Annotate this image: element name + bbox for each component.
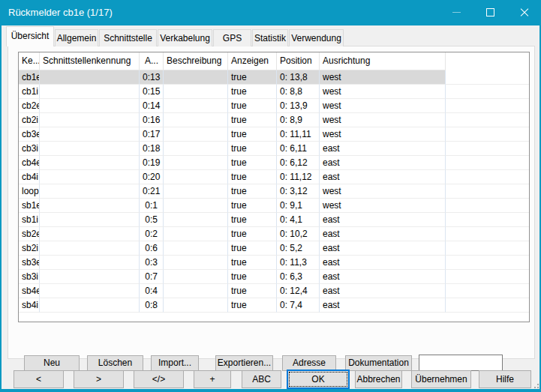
cell-filler (446, 85, 529, 99)
ok-button[interactable]: OK (287, 370, 350, 389)
table-row-sb4e[interactable]: sb4e0:4true0: 12,4east (19, 284, 529, 298)
table-row-sb3i[interactable]: sb3i0:7true0: 6,3east (19, 270, 529, 284)
resize-grip-icon[interactable] (531, 381, 539, 388)
tab-ubersicht[interactable]: Übersicht (6, 26, 54, 46)
cell-ausrichtung: west (320, 184, 446, 199)
tab-schnittstelle[interactable]: Schnittstelle (99, 29, 157, 46)
cancel-button[interactable]: Abbrechen (355, 370, 402, 388)
cell-ausrichtung: east (320, 284, 446, 298)
cell-a: 0:7 (140, 270, 164, 284)
cell-beschreibung (164, 241, 228, 256)
column-header-beschreibung[interactable]: Beschreibung (164, 52, 228, 70)
next-button[interactable]: > (74, 370, 124, 388)
table-row-loop[interactable]: loop0:21true0: 3,12west (19, 184, 529, 199)
cell-beschreibung (164, 99, 228, 113)
delete-button[interactable]: Löschen (87, 355, 143, 371)
cell-ke: sb3e (19, 256, 40, 270)
cell-schnittstellenkennung (40, 213, 140, 227)
table-row-cb1i[interactable]: cb1i0:15true0: 8,8west (19, 85, 529, 99)
cell-anzeigen: true (228, 227, 277, 241)
cell-position: 0: 3,12 (277, 184, 320, 199)
column-header-ke[interactable]: Ke... (19, 52, 40, 70)
cell-ausrichtung: east (320, 156, 446, 170)
table-row-cb2i[interactable]: cb2i0:16true0: 8,9west (19, 113, 529, 127)
cell-schnittstellenkennung (40, 113, 140, 127)
cell-a: 0:8 (140, 298, 164, 313)
cell-anzeigen: true (228, 70, 277, 85)
table-row-cb1e[interactable]: cb1e0:13true0: 13,8west (19, 70, 529, 85)
cell-beschreibung (164, 298, 228, 313)
tab-gps[interactable]: GPS (213, 29, 251, 46)
close-icon (519, 7, 530, 18)
column-header-schnittstellenkennung[interactable]: Schnittstellenkennung (40, 52, 140, 70)
close-button[interactable] (507, 0, 541, 25)
apply-button[interactable]: Übernehmen (411, 370, 471, 388)
cell-position: 0: 13,8 (277, 70, 320, 85)
maximize-button[interactable] (473, 0, 507, 25)
cell-anzeigen: true (228, 113, 277, 127)
cell-anzeigen: true (228, 184, 277, 199)
cell-ke: cb1i (19, 85, 40, 99)
tab-verwendung[interactable]: Verwendung (289, 29, 344, 46)
help-button[interactable]: Hilfe (479, 370, 531, 388)
cell-ausrichtung: east (320, 241, 446, 256)
new-button[interactable]: Neu (24, 355, 80, 371)
cell-ausrichtung: east (320, 213, 446, 227)
address-button[interactable]: Adresse (282, 355, 336, 371)
documentation-button[interactable]: Dokumentation (345, 355, 412, 371)
cell-ausrichtung: east (320, 298, 446, 313)
abc-button[interactable]: ABC (242, 370, 281, 388)
tab-allgemein[interactable]: Allgemein (55, 29, 98, 46)
column-header-anzeigen[interactable]: Anzeigen (228, 52, 277, 70)
cell-schnittstellenkennung (40, 256, 140, 270)
plus-button[interactable]: + (194, 370, 231, 388)
cell-schnittstellenkennung (40, 284, 140, 298)
cell-anzeigen: true (228, 127, 277, 142)
cell-a: 0:18 (140, 142, 164, 156)
cell-ke: sb1i (19, 213, 40, 227)
table-row-cb3i[interactable]: cb3i0:18true0: 6,11east (19, 142, 529, 156)
text-field[interactable] (419, 355, 503, 371)
cell-anzeigen: true (228, 156, 277, 170)
column-header-ausrichtung[interactable]: Ausrichtung (320, 52, 446, 70)
tab-verkabelung[interactable]: Verkabelung (158, 29, 212, 46)
table-row-sb1e[interactable]: sb1e0:1true0: 9,1west (19, 199, 529, 213)
import-button[interactable]: Import... (151, 355, 199, 371)
cell-ausrichtung: west (320, 113, 446, 127)
feedback-table: Ke...SchnittstellenkennungA...Beschreibu… (18, 52, 530, 322)
table-row-cb4i[interactable]: cb4i0:20true0: 11,12east (19, 170, 529, 184)
cell-filler (446, 184, 529, 199)
code-button[interactable]: </> (134, 370, 184, 388)
cell-ke: sb1e (19, 199, 40, 213)
cell-filler (446, 256, 529, 270)
cell-schnittstellenkennung (40, 184, 140, 199)
table-row-sb1i[interactable]: sb1i0:5true0: 4,1east (19, 213, 529, 227)
cell-ausrichtung: west (320, 99, 446, 113)
table-row-sb4i[interactable]: sb4i0:8true0: 7,4east (19, 298, 529, 313)
cell-a: 0:5 (140, 213, 164, 227)
table-row-sb3e[interactable]: sb3e0:3true0: 11,3east (19, 256, 529, 270)
table-row-sb2e[interactable]: sb2e0:2true0: 10,2east (19, 227, 529, 241)
cell-ke: cb4i (19, 170, 40, 184)
title-bar[interactable]: Rückmelder cb1e (1/17) (0, 0, 541, 25)
minimize-button[interactable] (440, 0, 473, 25)
export-button[interactable]: Exportieren... (215, 355, 273, 371)
column-header-a[interactable]: A... (140, 52, 164, 70)
table-row-cb2e[interactable]: cb2e0:14true0: 13,9west (19, 99, 529, 113)
cell-position: 0: 11,11 (277, 127, 320, 142)
table-row-sb2i[interactable]: sb2i0:6true0: 5,2east (19, 241, 529, 256)
tab-statistik[interactable]: Statistik (252, 29, 288, 46)
cell-position: 0: 13,9 (277, 99, 320, 113)
tab-strip: ÜbersichtAllgemeinSchnittstelleVerkabelu… (6, 26, 344, 46)
cell-position: 0: 12,4 (277, 284, 320, 298)
cell-beschreibung (164, 227, 228, 241)
cell-ausrichtung: west (320, 70, 446, 85)
table-row-cb4e[interactable]: cb4e0:19true0: 6,12east (19, 156, 529, 170)
cell-schnittstellenkennung (40, 227, 140, 241)
table-row-cb3e[interactable]: cb3e0:17true0: 11,11west (19, 127, 529, 142)
cell-a: 0:14 (140, 99, 164, 113)
table-body: cb1e0:13true0: 13,8westcb1i0:15true0: 8,… (19, 70, 529, 313)
column-header-position[interactable]: Position (277, 52, 320, 70)
prev-button[interactable]: < (14, 370, 64, 388)
cell-anzeigen: true (228, 284, 277, 298)
